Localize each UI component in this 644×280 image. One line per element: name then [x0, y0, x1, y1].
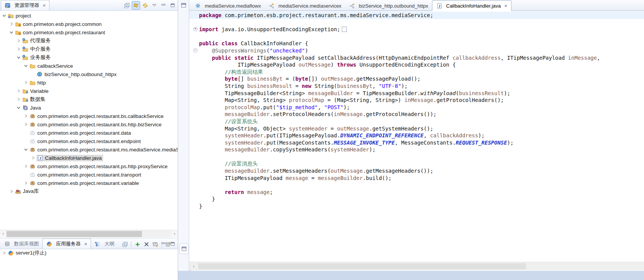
code-line-22[interactable]: //设置消息头	[189, 160, 644, 167]
code-line-4[interactable]	[189, 33, 644, 40]
fold-plus-icon[interactable]: +	[193, 27, 198, 31]
view-tab-大纲[interactable]: 大纲	[91, 239, 118, 249]
tree-item-com.primeton.esb.project.restaurant.variable[interactable]: com.primeton.esb.project.restaurant.vari…	[0, 179, 178, 187]
twistie-expanded-icon[interactable]	[2, 14, 6, 18]
refresh-button[interactable]	[141, 1, 149, 10]
scrollbar-thumb[interactable]	[6, 231, 142, 237]
restore-view-button-top[interactable]	[179, 1, 188, 10]
tree-item-com.primeton.esb.project.restaurant.ms.mediaService.mediaService[interactable]: com.primeton.esb.project.restaurant.ms.m…	[0, 145, 178, 154]
fold-minus-icon[interactable]: −	[193, 48, 198, 52]
twistie-collapsed-icon[interactable]	[9, 22, 13, 26]
view-tab-数据库视图[interactable]: 数据库视图	[1, 239, 42, 249]
add-button[interactable]	[133, 240, 142, 248]
code-line-15[interactable]: messageBuilder.setProtocolHeaders(inMess…	[189, 111, 644, 118]
twistie-expanded-icon[interactable]	[24, 148, 28, 152]
code-line-26[interactable]: return message;	[189, 189, 644, 196]
tree-item-com.primeton.esb.project.restaurant.data[interactable]: com.primeton.esb.project.restaurant.data	[0, 129, 178, 137]
view-tab-应用服务器[interactable]: 应用服务器✕	[42, 239, 91, 249]
twistie-collapsed-icon[interactable]	[16, 47, 21, 51]
link-editor-button[interactable]	[132, 1, 140, 10]
tree-item-Java库[interactable]: Java库	[0, 187, 178, 196]
twistie-collapsed-icon[interactable]	[2, 251, 6, 255]
twistie-collapsed-icon[interactable]	[9, 189, 13, 194]
tree-item-project[interactable]: project	[0, 11, 178, 20]
twistie-collapsed-icon[interactable]	[24, 164, 28, 169]
view-menu-button[interactable]	[150, 240, 158, 248]
tree-item-CallbackInfoHandler.java[interactable]: JCallbackInfoHandler.java	[0, 154, 178, 162]
tree-item-com.primeton.esb.project.restaurant.bs.http.bizService[interactable]: com.primeton.esb.project.restaurant.bs.h…	[0, 120, 178, 129]
code-editor[interactable]: package com.primeton.esb.project.restaur…	[189, 11, 644, 263]
tree-item-业务服务[interactable]: 业务服务	[0, 53, 178, 62]
twistie-collapsed-icon[interactable]	[16, 39, 21, 43]
code-line-9[interactable]: //构造返回结果	[189, 68, 644, 76]
editor-tab-mediaService.mediaflowx[interactable]: mediaService.mediaflowx	[191, 1, 265, 11]
close-icon[interactable]: ✕	[504, 4, 507, 8]
code-line-6[interactable]: − @SuppressWarnings("unchecked")	[189, 47, 644, 54]
explorer-hscrollbar[interactable]: ‹ ›	[0, 230, 178, 238]
code-line-23[interactable]: messageBuilder.setMessageHeaders(outMess…	[189, 167, 644, 175]
twistie-collapsed-icon[interactable]	[16, 97, 21, 102]
code-line-3[interactable]: +import java.io.UnsupportedEncodingExcep…	[189, 26, 644, 33]
code-line-18[interactable]: systemHeader.put(ITipMessagePayload.DYNA…	[189, 132, 644, 139]
code-line-7[interactable]: public static ITipMessagePayload setCall…	[189, 54, 644, 62]
twistie-collapsed-icon[interactable]	[16, 89, 21, 93]
collapse-all-button[interactable]	[123, 1, 131, 10]
minimize-button[interactable]	[159, 1, 167, 10]
restore-view-button-bottom[interactable]	[179, 243, 188, 254]
twistie-expanded-icon[interactable]	[16, 106, 21, 110]
twistie-expanded-icon[interactable]	[9, 30, 13, 35]
close-icon[interactable]: ✕	[43, 3, 46, 8]
tree-item-com.primeton.esb.project.restaurant.bs.callbackService[interactable]: com.primeton.esb.project.restaurant.bs.c…	[0, 112, 178, 120]
code-line-19[interactable]: systemHeader.put(MessageConstants.MESSAG…	[189, 139, 644, 146]
tree-item-中介服务[interactable]: 中介服务	[0, 45, 178, 53]
scroll-left-icon[interactable]: ‹	[190, 262, 198, 270]
editor-tab-mediaService.mediaservicex[interactable]: mediaService.mediaservicex	[265, 1, 345, 11]
code-line-12[interactable]: TipMessageBuilder<String> messageBuilder…	[189, 90, 644, 97]
code-line-11[interactable]: String businessResult = new String(busin…	[189, 83, 644, 90]
editor-tab-bizService_http.outbound_httpx[interactable]: bizService_http.outbound_httpx	[345, 1, 432, 11]
editor-hscrollbar[interactable]: ‹	[189, 262, 644, 270]
tree-item-callbackService[interactable]: callbackService	[0, 62, 178, 70]
tree-item-com.primeton.esb.project.common[interactable]: com.primeton.esb.project.common	[0, 20, 178, 28]
twistie-expanded-icon[interactable]	[24, 64, 28, 68]
code-line-24[interactable]: ITipMessagePayload message = messageBuil…	[189, 175, 644, 182]
tree-item-数据集[interactable]: 数据集	[0, 95, 178, 103]
minimize-button[interactable]	[159, 240, 167, 248]
editor-tab-CallbackInfoHandler.java[interactable]: JCallbackInfoHandler.java✕	[432, 0, 512, 11]
code-line-21[interactable]	[189, 153, 644, 161]
twistie-collapsed-icon[interactable]	[24, 123, 28, 127]
view-menu-button[interactable]	[150, 1, 158, 10]
twistie-collapsed-icon[interactable]	[24, 114, 28, 118]
code-line-28[interactable]: }	[189, 203, 644, 210]
code-line-5[interactable]: public class CallbackInfoHandler {	[189, 40, 644, 47]
twistie-collapsed-icon[interactable]	[31, 156, 35, 160]
code-line-27[interactable]: }	[189, 196, 644, 203]
tree-item-Variable[interactable]: Variable	[0, 87, 178, 95]
scroll-right-icon[interactable]: ›	[171, 230, 178, 238]
code-line-1[interactable]: package com.primeton.esb.project.restaur…	[189, 12, 644, 19]
close-icon[interactable]: ✕	[84, 242, 87, 246]
tree-item-com.primeton.esb.project.restaurant.endpoint[interactable]: com.primeton.esb.project.restaurant.endp…	[0, 137, 178, 145]
code-line-25[interactable]	[189, 181, 644, 189]
twistie-collapsed-icon[interactable]	[24, 81, 28, 85]
twistie-expanded-icon[interactable]	[16, 56, 21, 60]
collapse-all-button[interactable]	[121, 240, 129, 248]
tab-resource-explorer[interactable]: 资源管理器 ✕	[1, 0, 49, 10]
code-line-13[interactable]: Map<String, String> protocolMap = (Map<S…	[189, 97, 644, 104]
scrollbar-thumb[interactable]	[198, 263, 526, 269]
code-line-16[interactable]: //设置系统头	[189, 118, 644, 125]
tree-item-Java[interactable]: JJava	[0, 103, 178, 112]
tree-item-com.primeton.esb.project.restaurant.transport[interactable]: com.primeton.esb.project.restaurant.tran…	[0, 170, 178, 179]
tree-item-com.primeton.esb.project.restaurant.ps.http.proxyService[interactable]: com.primeton.esb.project.restaurant.ps.h…	[0, 162, 178, 170]
tree-item-代理服务[interactable]: 代理服务	[0, 37, 178, 45]
code-line-10[interactable]: byte[] businessByt = (byte[]) outMessage…	[189, 75, 644, 83]
tree-item-com.primeton.esb.project.restaurant[interactable]: com.primeton.esb.project.restaurant	[0, 28, 178, 37]
code-line-14[interactable]: protocolMap.put("$tip_method", "POST");	[189, 104, 644, 111]
code-line-20[interactable]: messageBuilder.copySystemHeaders(systemH…	[189, 146, 644, 153]
code-line-2[interactable]	[189, 19, 644, 26]
maximize-button[interactable]	[168, 1, 177, 10]
tree-item-http[interactable]: http	[0, 78, 178, 87]
code-line-17[interactable]: Map<String, Object> systemHeader = outMe…	[189, 125, 644, 132]
maximize-button[interactable]	[168, 240, 177, 248]
tree-item-server1_停止_[interactable]: server1(停止)	[0, 249, 178, 257]
